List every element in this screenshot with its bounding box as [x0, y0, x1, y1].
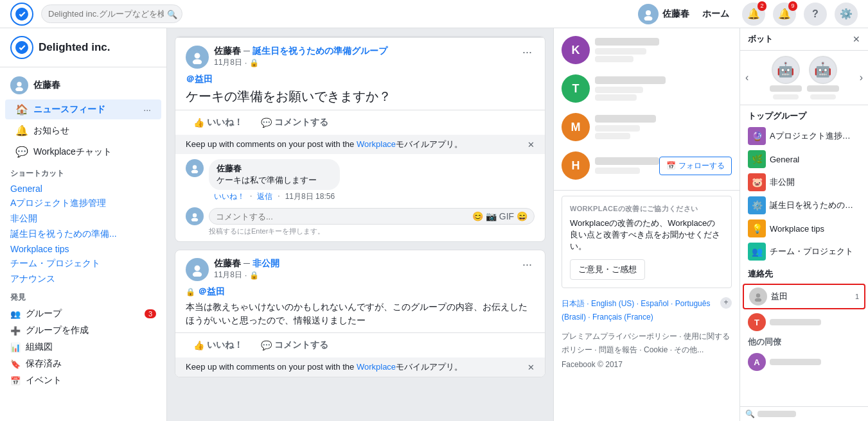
- post2-promo: Keep up with comments on your post with …: [175, 357, 545, 377]
- top-user[interactable]: 佐藤春: [638, 4, 689, 24]
- sidebar-item-events[interactable]: 📅 イベント: [0, 372, 166, 389]
- post-card-2: 佐藤春 ─ 非公開 11月8日 · 🔒 ··· 🔒 ＠益田 本当は教えちゃいけな…: [175, 250, 545, 377]
- saved-icon: 🔖: [10, 359, 21, 369]
- footer-privacy: プレミアムプライバシーポリシー · 使用に関するポリシー · 問題を報告 · C…: [554, 329, 740, 359]
- person1-avatar: K: [562, 36, 590, 64]
- contact-t-avatar: T: [748, 313, 766, 331]
- sidebar-item-groups[interactable]: 👥 グループ 3: [0, 305, 166, 322]
- sidebar-link-private[interactable]: 非公開: [0, 211, 166, 227]
- sidebar-link-team[interactable]: チーム・プロジェクト: [0, 256, 166, 271]
- bot-item-2[interactable]: 🤖: [807, 56, 839, 99]
- shortcuts-section: ショートカット: [0, 163, 166, 182]
- group6-icon: 👥: [748, 243, 766, 261]
- group-item-3[interactable]: 🐷 非公開: [740, 171, 868, 194]
- carousel-prev[interactable]: ‹: [743, 69, 751, 86]
- search-box[interactable]: 🔍: [41, 4, 182, 23]
- home-icon: 🏠: [15, 103, 28, 116]
- notifications-btn[interactable]: 🔔 2: [742, 3, 765, 26]
- alerts-btn[interactable]: 🔔 9: [773, 3, 796, 26]
- comment-hint: 投稿するにはEnterキーを押します。: [186, 225, 535, 236]
- improve-title: WORKPLACEの改善にご協力ください: [570, 204, 723, 214]
- comment-author: 佐藤春: [217, 163, 332, 175]
- contact-masuda-name: 益田: [771, 291, 851, 302]
- close-btn[interactable]: ✕: [853, 34, 860, 44]
- post2-comment-btn[interactable]: 💬 コメントする: [253, 336, 336, 355]
- comment-reply-btn[interactable]: 返信: [257, 191, 272, 202]
- carousel-next[interactable]: ›: [857, 69, 865, 86]
- alerts-badge: 9: [788, 1, 797, 11]
- bot2-icon: 🤖: [809, 56, 837, 84]
- person2-avatar: T: [562, 74, 590, 103]
- sidebar-item-create-group[interactable]: ➕ グループを作成: [0, 322, 166, 339]
- bots-title: ボット: [748, 33, 773, 45]
- sidebar-link-project[interactable]: Aプロジェクト進捗管理: [0, 196, 166, 211]
- contact-masuda[interactable]: 益田 1: [743, 284, 865, 309]
- bot-carousel: ‹ 🤖 🤖 ›: [740, 51, 868, 105]
- help-btn[interactable]: ?: [804, 3, 827, 26]
- bell-icon: 🔔: [15, 125, 28, 137]
- post1-more-btn[interactable]: ···: [520, 46, 535, 59]
- svg-point-5: [193, 59, 202, 64]
- plus-btn[interactable]: +: [720, 297, 732, 309]
- group-item-6[interactable]: 👥 チーム・プロジェクト: [740, 240, 868, 263]
- sidebar-link-general[interactable]: General: [0, 182, 166, 196]
- post1-promo: Keep up with comments on your post with …: [175, 135, 545, 154]
- post2-mention: ＠益田: [198, 286, 225, 298]
- notifications-label: お知らせ: [33, 125, 69, 137]
- group-item-5[interactable]: 💡 Workplace tips: [740, 217, 868, 240]
- settings-btn[interactable]: ⚙️: [835, 3, 858, 26]
- group3-name: 非公開: [770, 176, 795, 188]
- sidebar-link-workplace-tips[interactable]: Workplace tips: [0, 242, 166, 256]
- person-item-1[interactable]: K: [554, 31, 740, 69]
- search-input[interactable]: [41, 4, 182, 23]
- contact-a[interactable]: A: [740, 350, 868, 374]
- sidebar-item-newsfeed[interactable]: 🏠 ニュースフィード ···: [5, 99, 161, 119]
- person-item-4[interactable]: H 📅フォローする: [554, 146, 740, 185]
- promo2-link[interactable]: Workplace: [357, 362, 396, 372]
- groups-icon: 👥: [10, 309, 21, 319]
- sidebar-link-birthday[interactable]: 誕生日を祝うための準備...: [0, 227, 166, 242]
- bot-item-1[interactable]: 🤖: [770, 56, 802, 99]
- comment-input[interactable]: [216, 212, 472, 221]
- sidebar-user[interactable]: 佐藤春: [0, 73, 166, 98]
- post1-like-btn[interactable]: 👍 いいね！: [186, 113, 251, 132]
- more-icon[interactable]: ···: [143, 105, 151, 115]
- group-item-1[interactable]: 🔮 Aプロジェクト進捗管理: [740, 125, 868, 148]
- post1-comment-btn[interactable]: 💬 コメントする: [253, 113, 336, 132]
- input-avatar: [186, 207, 204, 225]
- follow-btn[interactable]: 📅フォローする: [659, 157, 732, 175]
- emoji-btns[interactable]: 😊 📷 GIF 😄: [472, 211, 527, 221]
- post2-more-btn[interactable]: ···: [520, 258, 535, 271]
- post2-content: 🔒 ＠益田 本当は教えちゃいけないのかもしれないんですが、このグループの内容、お…: [175, 286, 545, 332]
- sidebar-item-org-chart[interactable]: 📊 組織図: [0, 339, 166, 356]
- sidebar-item-notifications[interactable]: 🔔 お知らせ: [5, 121, 161, 141]
- groups-label: グループ: [26, 308, 139, 320]
- svg-point-1: [644, 16, 653, 21]
- person-item-2[interactable]: T: [554, 69, 740, 108]
- home-link[interactable]: ホーム: [697, 8, 734, 20]
- workplace-logo[interactable]: [10, 3, 33, 26]
- group-item-4[interactable]: ⚙️ 誕生日を祝うための準備グ...: [740, 194, 868, 217]
- promo1-link[interactable]: Workplace: [357, 139, 396, 149]
- promo2-close[interactable]: ✕: [527, 363, 535, 372]
- post2-date: 11月8日 · 🔒: [214, 270, 515, 280]
- improve-text: Workplaceの改善のため、Workplaceの良い点と改善すべき点をお聞か…: [570, 218, 723, 253]
- comment-time: 11月8日 18:56: [285, 191, 335, 202]
- person-item-3[interactable]: M: [554, 108, 740, 146]
- promo1-close[interactable]: ✕: [527, 140, 535, 150]
- sidebar-link-announce[interactable]: アナウンス: [0, 271, 166, 287]
- post2-avatar: [186, 258, 209, 281]
- feedback-btn[interactable]: ご意見・ご感想: [570, 259, 645, 280]
- comment-icon: 💬: [261, 117, 272, 128]
- contacts-title: 連絡先: [740, 263, 868, 282]
- contact-t[interactable]: T: [740, 311, 868, 334]
- comment-like-btn[interactable]: いいね！: [214, 191, 245, 202]
- sidebar-item-saved[interactable]: 🔖 保存済み: [0, 356, 166, 372]
- sidebar-item-chat[interactable]: 💬 Workplaceチャット: [5, 142, 161, 162]
- post2-like-btn[interactable]: 👍 いいね！: [186, 336, 251, 355]
- svg-point-9: [191, 218, 198, 221]
- comment-bubble: 佐藤春 ケーキは私で準備しますー: [209, 159, 340, 190]
- group-item-2[interactable]: 🌿 General: [740, 148, 868, 171]
- footer-copy: Facebook © 2017: [554, 359, 740, 370]
- groups-badge: 3: [145, 309, 156, 318]
